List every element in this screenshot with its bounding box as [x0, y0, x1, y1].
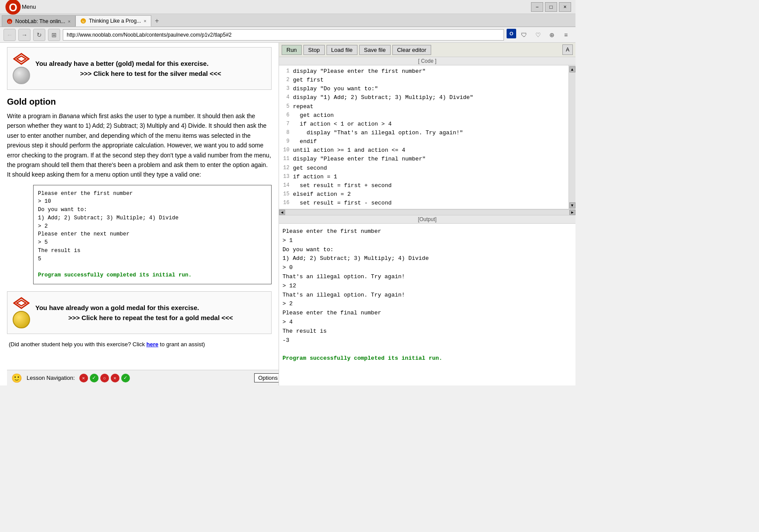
code-editor-scrollbar[interactable]: ▲ ▼	[568, 65, 575, 209]
svg-text:N: N	[82, 20, 85, 24]
maximize-button[interactable]: □	[545, 2, 557, 12]
options-button[interactable]: Options	[254, 373, 279, 382]
font-size-icon[interactable]: A	[562, 44, 573, 55]
output-line-11: > 4	[282, 318, 572, 327]
gold-medal-text: You have already won a gold medal for th…	[35, 304, 266, 321]
output-line-8: That's an illegal option. Try again!	[282, 291, 572, 300]
grid-button[interactable]: ⊞	[48, 29, 60, 41]
output-success-text: Program successfully completed its initi…	[282, 354, 572, 363]
output-line-4: 1) Add; 2) Subtract; 3) Multiply; 4) Div…	[282, 254, 572, 263]
nav-dot-4[interactable]: ×	[111, 374, 119, 382]
assist-suffix: to grant an assist)	[158, 341, 205, 348]
output-line-3: Do you want to:	[282, 246, 572, 255]
tab-favicon-2: N	[80, 18, 86, 24]
nav-dot-5[interactable]: ✓	[121, 374, 130, 382]
output-line-1: Please enter the first number	[282, 227, 572, 236]
gold-medal-link[interactable]: >>> Click here to repeat the test for a …	[35, 314, 266, 321]
assist-text: (Did another student help you with this …	[7, 341, 272, 348]
tab-close-2[interactable]: ×	[143, 18, 146, 24]
scrollbar-left-arrow[interactable]: ◄	[279, 210, 285, 215]
output-line-10: Please enter the final number	[282, 309, 572, 318]
code-line-11: 11display "Please enter the final number…	[279, 155, 568, 164]
code-editor[interactable]: 1display "Please enter the first number"…	[279, 65, 568, 209]
new-tab-button[interactable]: +	[151, 15, 163, 27]
assist-link[interactable]: here	[146, 341, 158, 348]
code-line-9: 9 endif	[279, 137, 568, 146]
heart-icon[interactable]: ♡	[532, 29, 544, 41]
tab-label-1: NoobLab: The onlin...	[15, 18, 65, 24]
output-line-14	[282, 345, 572, 354]
nav-dot-1[interactable]: ×	[79, 374, 88, 382]
smiley-icon: 🙂	[11, 373, 22, 383]
example-success-text: Program successfully completed its initi…	[38, 272, 192, 278]
refresh-button[interactable]: ↻	[33, 29, 45, 41]
clear-editor-button[interactable]: Clear editor	[392, 45, 431, 55]
code-editor-container: 1display "Please enter the first number"…	[279, 65, 575, 209]
gold-option-text: Write a program in Banana which first as…	[7, 111, 272, 180]
nooblab-logo-2	[13, 297, 30, 309]
forward-button[interactable]: →	[18, 29, 31, 41]
code-line-16: 16 set result = first - second	[279, 199, 568, 208]
tab-label-2: Thinking Like a Prog...	[89, 18, 141, 24]
svg-text:O: O	[9, 1, 17, 14]
code-line-7: 7 if action < 1 or action > 4	[279, 120, 568, 129]
scrollbar-down-arrow[interactable]: ▼	[569, 202, 575, 208]
tab-close-1[interactable]: ×	[68, 19, 71, 24]
nav-dot-2[interactable]: ✓	[90, 374, 99, 382]
scrollbar-right-arrow[interactable]: ►	[569, 210, 575, 215]
nav-dot-3[interactable]: ○	[100, 374, 109, 382]
tab-nooblab[interactable]: O NoobLab: The onlin... ×	[2, 15, 75, 27]
code-line-15: 15elseif action = 2	[279, 190, 568, 199]
stop-button[interactable]: Stop	[303, 45, 325, 55]
nooblab-logo	[13, 53, 30, 65]
tab-thinking[interactable]: N Thinking Like a Prog... ×	[75, 15, 151, 27]
code-line-3: 3display "Do you want to:"	[279, 85, 568, 93]
banana-italic: Banana	[59, 113, 80, 119]
scrollbar-up-arrow[interactable]: ▲	[569, 66, 575, 72]
right-panel: Run Stop Load file Save file Clear edito…	[279, 43, 575, 385]
code-section-label: [ Code ]	[279, 57, 575, 65]
window-controls[interactable]: − □ ×	[531, 2, 571, 12]
code-line-1: 1display "Please enter the first number"	[279, 67, 568, 76]
save-file-button[interactable]: Save file	[359, 45, 391, 55]
output-line-9: > 2	[282, 300, 572, 309]
code-line-13: 13if action = 1	[279, 173, 568, 181]
code-line-10: 10until action >= 1 and action <= 4	[279, 146, 568, 155]
menu-icon[interactable]: ≡	[560, 29, 572, 41]
address-input[interactable]	[63, 29, 504, 41]
opera-icon-btn[interactable]: O	[507, 29, 516, 38]
output-line-12: The result is	[282, 327, 572, 336]
code-line-5: 5repeat	[279, 102, 568, 111]
silver-medal-title: You already have a better (gold) medal f…	[35, 60, 266, 67]
title-bar: O Menu − □ ×	[0, 0, 575, 14]
run-button[interactable]: Run	[282, 45, 302, 55]
window-title: Menu	[22, 3, 531, 10]
code-line-12: 12get second	[279, 164, 568, 173]
close-button[interactable]: ×	[559, 2, 571, 12]
nav-label: Lesson Navigation:	[27, 375, 75, 381]
output-area: Please enter the first number > 1 Do you…	[279, 224, 575, 385]
code-line-14: 14 set result = first + second	[279, 181, 568, 190]
code-example-box: Please enter the first number > 10 Do yo…	[33, 185, 272, 284]
back-button[interactable]: ←	[3, 29, 16, 41]
left-panel: You already have a better (gold) medal f…	[0, 43, 279, 385]
output-section-label: [Output]	[279, 215, 575, 224]
tab-favicon-1: O	[7, 18, 13, 24]
load-file-button[interactable]: Load file	[327, 45, 357, 55]
silver-medal-link[interactable]: >>> Click here to test for the silver me…	[35, 70, 266, 77]
gold-option-heading: Gold option	[7, 97, 272, 107]
editor-toolbar: Run Stop Load file Save file Clear edito…	[279, 43, 575, 57]
code-line-8: 8 display "That's an illegal option. Try…	[279, 129, 568, 137]
minimize-button[interactable]: −	[531, 2, 543, 12]
bottom-nav-bar: 🙂 Lesson Navigation: × ✓ ○ × ✓ Options	[7, 370, 279, 385]
silver-medal-box[interactable]: You already have a better (gold) medal f…	[7, 47, 272, 90]
code-horizontal-scrollbar[interactable]: ◄ ►	[279, 209, 575, 215]
address-bar: ← → ↻ ⊞ O 🛡 ♡ ⊕ ≡	[0, 27, 575, 43]
gold-medal-box[interactable]: You have already won a gold medal for th…	[7, 291, 272, 334]
silver-medal-icon	[13, 67, 30, 84]
gold-medal-icon	[13, 311, 30, 328]
output-line-7: > 12	[282, 282, 572, 291]
opera-icon: O	[4, 0, 22, 16]
download-icon[interactable]: ⊕	[546, 29, 558, 41]
gold-medal-title: You have already won a gold medal for th…	[35, 304, 266, 311]
